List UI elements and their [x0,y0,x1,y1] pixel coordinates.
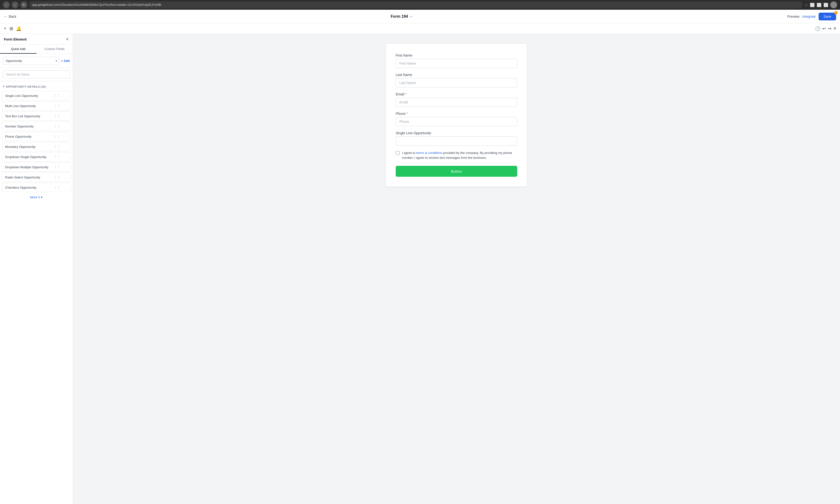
settings-icon: ≡ [834,26,836,31]
forward-nav-button[interactable]: › [12,1,18,8]
label-last-name: Last Name [396,73,517,77]
input-last-name[interactable] [396,78,517,87]
save-button[interactable]: Save 1 [819,13,836,20]
back-nav-button[interactable]: ‹ [3,1,10,8]
settings-button[interactable]: ≡ [834,26,836,31]
drag-handle: ⋮⋮ [53,94,68,97]
elements-list: ▾ OPPORTUNITY DETAILS (15) Single Line O… [0,81,73,504]
field-first-name: First Name [396,53,517,68]
url-bar[interactable]: app.gohighlevel.com/v2/location/XAzAhbNK… [29,1,803,8]
extension-icon-2: ⬜ [817,3,822,7]
plus-icon: + [4,26,6,31]
tab-quick-add[interactable]: Quick Add [0,45,36,54]
add-button[interactable]: + Add [61,59,70,62]
extension-icon-3: ⬜ [823,3,828,7]
search-input[interactable] [3,70,70,78]
drag-handle: ⋮⋮ [53,114,68,118]
toolbar: + ⊞ 🔔 🕐 ↩ ↪ ≡ [0,23,840,34]
section-header: ▾ OPPORTUNITY DETAILS (15) [0,83,73,90]
sidebar-close-button[interactable]: ✕ [66,37,69,41]
back-button[interactable]: ← Back [4,15,16,18]
list-item[interactable]: Phone Opportunity ⋮⋮ [2,132,71,141]
label-first-name: First Name [396,53,517,57]
header-center: Form 194 ✏ [19,14,784,19]
sidebar: Form Element ✕ Quick Add Custom Fields O… [0,34,73,504]
element-label: Single Line Opportunity [5,94,38,97]
terms-text: I agree to terms & conditions provided b… [402,150,517,160]
main-layout: Form Element ✕ Quick Add Custom Fields O… [0,34,840,504]
edit-icon[interactable]: ✏ [410,15,413,18]
drag-handle: ⋮⋮ [53,104,68,108]
back-arrow-icon: ← [4,15,7,18]
list-item[interactable]: Number Opportunity ⋮⋮ [2,122,71,131]
sidebar-search [0,68,73,81]
element-label: Dropdown Single Opportunity [5,155,47,159]
submit-button[interactable]: Button [396,166,517,177]
list-item[interactable]: Monetary Opportunity ⋮⋮ [2,142,71,151]
preview-button[interactable]: Preview [787,15,800,18]
more-label: More 5 [30,195,40,199]
input-email[interactable] [396,97,517,107]
drag-handle: ⋮⋮ [53,185,68,190]
field-email: Email * [396,92,517,107]
form-title: Form 194 [391,14,408,19]
input-single-line[interactable] [396,137,517,146]
drag-handle: ⋮⋮ [53,155,68,159]
list-item[interactable]: Text Box List Opportunity ⋮⋮ [2,111,71,121]
field-single-line: Single Line Opportunity [396,131,517,146]
grid-button[interactable]: ⊞ [10,26,13,31]
drag-handle: ⋮⋮ [53,165,68,169]
drag-handle: ⋮⋮ [53,175,68,179]
clock-icon: 🕐 [815,26,820,31]
undo-button[interactable]: ↩ [822,26,826,31]
add-element-button[interactable]: + [4,26,6,31]
terms-row: I agree to terms & conditions provided b… [396,150,517,160]
redo-button[interactable]: ↪ [828,26,832,31]
list-item[interactable]: Dropdown Single Opportunity ⋮⋮ [2,152,71,161]
list-item[interactable]: Dropdown Multiple Opportunity ⋮⋮ [2,162,71,172]
element-label: Multi Line Opportunity [5,104,36,108]
element-label: Phone Opportunity [5,135,31,138]
chevron-down-icon: ▾ [41,195,42,199]
list-item[interactable]: Single Line Opportunity ⋮⋮ [2,91,71,100]
form-card: First Name Last Name Email * Phone [386,44,527,186]
terms-checkbox[interactable] [396,151,399,155]
save-badge: 1 [834,11,838,15]
url-text: app.gohighlevel.com/v2/location/XAzAhbNK… [32,3,161,6]
field-phone: Phone * [396,112,517,126]
form-canvas: First Name Last Name Email * Phone [73,34,840,504]
integrate-button[interactable]: Integrate [802,15,816,18]
drag-handle: ⋮⋮ [53,124,68,128]
terms-link[interactable]: terms & conditions [416,151,442,155]
list-item[interactable]: Checkbox Opportunity ⋮⋮ [2,183,71,192]
list-item[interactable]: Radio Select Opportunity ⋮⋮ [2,173,71,182]
drag-handle: ⋮⋮ [53,134,68,138]
tab-custom-fields[interactable]: Custom Fields [36,45,73,54]
sidebar-header: Form Element ✕ [0,34,73,45]
chevron-icon: ▾ [3,85,5,88]
input-first-name[interactable] [396,59,517,68]
undo-icon: ↩ [822,26,826,31]
sidebar-controls: Opportunity Contact Custom + Add [0,54,73,68]
user-avatar [830,1,837,8]
list-item[interactable]: Multi Line Opportunity ⋮⋮ [2,101,71,110]
more-button[interactable]: More 5 ▾ [0,193,73,201]
label-single-line: Single Line Opportunity [396,131,517,135]
element-label: Radio Select Opportunity [5,176,40,179]
redo-icon: ↪ [828,26,832,31]
star-icon: ☆ [805,3,808,7]
header-right: Preview Integrate Save 1 [787,13,836,20]
input-phone[interactable] [396,117,517,126]
element-label: Text Box List Opportunity [5,114,40,118]
drag-handle: ⋮⋮ [53,145,68,148]
required-marker: * [406,112,408,115]
notification-button[interactable]: 🔔 [16,26,21,31]
reload-button[interactable]: ↻ [20,1,27,8]
back-label: Back [9,15,16,18]
category-select[interactable]: Opportunity Contact Custom [3,57,59,65]
history-button[interactable]: 🕐 [815,26,820,31]
section-label: OPPORTUNITY DETAILS (15) [6,85,46,88]
browser-chrome: ‹ › ↻ app.gohighlevel.com/v2/location/XA… [0,0,840,10]
element-label: Number Opportunity [5,125,34,128]
sidebar-tabs: Quick Add Custom Fields [0,45,73,54]
